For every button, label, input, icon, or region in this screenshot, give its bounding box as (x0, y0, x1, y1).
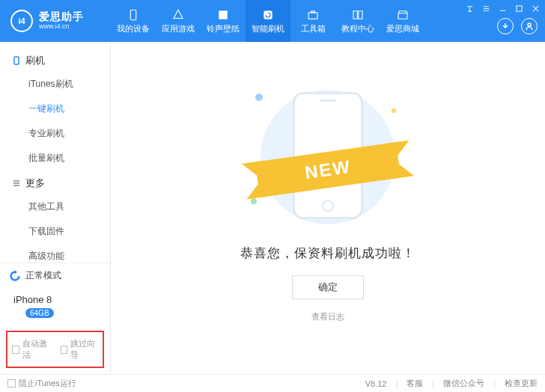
phone-icon (127, 8, 140, 22)
checkbox-icon (61, 346, 68, 354)
flash-icon (261, 8, 275, 22)
block-itunes-checkbox[interactable]: 阻止iTunes运行 (7, 378, 76, 389)
apps-icon (171, 8, 185, 22)
check-label: 跳过向导 (70, 338, 98, 361)
service-link[interactable]: 客服 (407, 378, 423, 389)
nav-label: 智能刷机 (252, 23, 284, 34)
header-right (497, 18, 538, 34)
device-name-label: iPhone 8 (13, 294, 52, 305)
ringtone-icon (216, 8, 230, 22)
skip-guide-checkbox[interactable]: 跳过向导 (61, 338, 99, 361)
top-nav: 我的设备 应用游戏 铃声壁纸 智能刷机 工具箱 教程中心 爱思商城 (111, 0, 425, 42)
logo-url: www.i4.cn (39, 23, 84, 31)
menu-button[interactable] (481, 3, 491, 13)
nav-label: 爱思商城 (386, 23, 419, 34)
nav-label: 铃声壁纸 (207, 23, 240, 34)
book-icon (351, 8, 365, 22)
success-message: 恭喜您，保资料刷机成功啦！ (240, 245, 415, 262)
check-label: 自动激活 (22, 338, 50, 361)
nav-ringtones[interactable]: 铃声壁纸 (201, 0, 246, 42)
sidebar-item-pro[interactable]: 专业刷机 (0, 121, 110, 146)
close-button[interactable] (530, 3, 541, 13)
group-label: 更多 (25, 177, 45, 190)
more-group-icon (12, 179, 21, 188)
sidebar-item-onekey[interactable]: 一键刷机 (0, 97, 110, 121)
svg-rect-7 (14, 57, 19, 64)
refresh-icon (9, 270, 21, 282)
update-link[interactable]: 检查更新 (505, 378, 538, 389)
skin-button[interactable] (464, 3, 475, 13)
svg-point-6 (528, 23, 531, 26)
device-mode[interactable]: 正常模式 (0, 263, 110, 288)
mode-label: 正常模式 (25, 269, 61, 282)
sidebar-item-itunes[interactable]: iTunes刷机 (0, 72, 110, 97)
svg-rect-3 (308, 13, 317, 19)
svg-rect-5 (516, 5, 521, 10)
download-button[interactable] (497, 18, 514, 34)
view-log-link[interactable]: 查看日志 (311, 311, 344, 322)
svg-rect-4 (311, 10, 315, 12)
version-label: V8.12 (365, 379, 387, 388)
nav-devices[interactable]: 我的设备 (111, 0, 156, 42)
nav-label: 工具箱 (301, 23, 326, 34)
auto-activate-checkbox[interactable]: 自动激活 (12, 338, 50, 361)
window-controls (464, 3, 541, 13)
status-bar: 阻止iTunes运行 V8.12 | 客服 | 微信公众号 | 检查更新 (0, 374, 545, 392)
sidebar-item-batch[interactable]: 批量刷机 (0, 146, 110, 171)
store-icon (396, 8, 409, 22)
storage-badge: 64GB (25, 308, 54, 318)
sidebar-group-flash[interactable]: 刷机 (0, 48, 110, 72)
svg-rect-1 (219, 10, 228, 19)
toolbox-icon (306, 8, 320, 22)
nav-games[interactable]: 应用游戏 (156, 0, 201, 42)
user-button[interactable] (521, 18, 538, 34)
sidebar-item-advanced[interactable]: 高级功能 (0, 244, 110, 263)
logo-icon: i4 (10, 10, 33, 32)
sidebar-item-tools[interactable]: 其他工具 (0, 195, 110, 219)
nav-flash[interactable]: 智能刷机 (246, 0, 290, 42)
logo-title: 爱思助手 (39, 11, 84, 22)
nav-label: 教程中心 (341, 23, 374, 34)
sidebar-item-download[interactable]: 下载固件 (0, 219, 110, 244)
device-info[interactable]: iPhone 8 64GB (0, 288, 110, 326)
nav-tutorials[interactable]: 教程中心 (335, 0, 380, 42)
nav-label: 应用游戏 (162, 23, 195, 34)
sidebar: 刷机 iTunes刷机 一键刷机 专业刷机 批量刷机 更多 其他工具 下载固件 … (0, 42, 111, 374)
svg-rect-0 (130, 10, 136, 20)
nav-label: 我的设备 (117, 23, 150, 34)
svg-rect-2 (264, 10, 272, 19)
main-content: NEW 恭喜您，保资料刷机成功啦！ 确定 查看日志 (111, 42, 545, 374)
minimize-button[interactable] (497, 3, 508, 13)
group-label: 刷机 (25, 54, 45, 67)
nav-store[interactable]: 爱思商城 (380, 0, 425, 42)
checkbox-icon (12, 346, 19, 354)
wechat-link[interactable]: 微信公众号 (443, 378, 484, 389)
options-highlight: 自动激活 跳过向导 (6, 331, 104, 368)
check-label: 阻止iTunes运行 (19, 378, 76, 389)
checkbox-icon (7, 379, 16, 388)
flash-group-icon (12, 56, 21, 65)
logo[interactable]: i4 爱思助手 www.i4.cn (0, 10, 111, 32)
app-header: i4 爱思助手 www.i4.cn 我的设备 应用游戏 铃声壁纸 智能刷机 工具… (0, 0, 545, 42)
ok-button[interactable]: 确定 (292, 275, 364, 299)
success-illustration: NEW (249, 86, 407, 228)
maximize-button[interactable] (514, 3, 524, 13)
sidebar-group-more[interactable]: 更多 (0, 171, 110, 195)
nav-toolbox[interactable]: 工具箱 (290, 0, 335, 42)
